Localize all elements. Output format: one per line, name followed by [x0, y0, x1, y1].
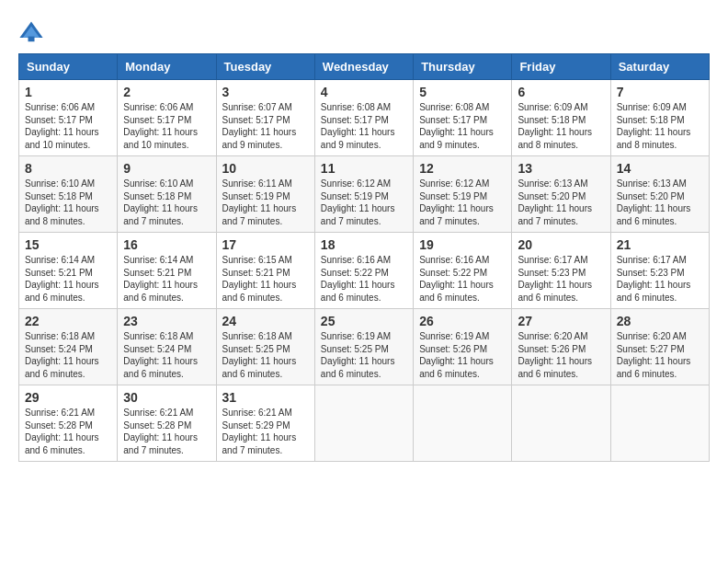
day-info: Sunrise: 6:13 AM Sunset: 5:20 PM Dayligh… — [617, 178, 703, 227]
day-number: 5 — [419, 85, 506, 99]
calendar-cell: 27 Sunrise: 6:20 AM Sunset: 5:26 PM Dayl… — [512, 309, 610, 385]
day-number: 23 — [123, 314, 210, 328]
calendar-header-row: SundayMondayTuesdayWednesdayThursdayFrid… — [19, 54, 710, 80]
calendar-cell: 28 Sunrise: 6:20 AM Sunset: 5:27 PM Dayl… — [610, 309, 709, 385]
day-info: Sunrise: 6:16 AM Sunset: 5:22 PM Dayligh… — [419, 254, 506, 304]
day-info: Sunrise: 6:07 AM Sunset: 5:17 PM Dayligh… — [222, 101, 309, 151]
calendar-cell: 17 Sunrise: 6:15 AM Sunset: 5:21 PM Dayl… — [216, 233, 314, 309]
day-number: 26 — [419, 314, 506, 328]
calendar-cell: 7 Sunrise: 6:09 AM Sunset: 5:18 PM Dayli… — [610, 80, 709, 156]
calendar-cell — [314, 385, 413, 462]
day-number: 11 — [321, 161, 407, 176]
day-number: 29 — [25, 390, 111, 405]
day-number: 18 — [321, 237, 407, 252]
col-header-tuesday: Tuesday — [216, 54, 314, 80]
day-info: Sunrise: 6:06 AM Sunset: 5:17 PM Dayligh… — [123, 101, 210, 151]
day-info: Sunrise: 6:14 AM Sunset: 5:21 PM Dayligh… — [25, 254, 111, 304]
day-number: 9 — [123, 161, 210, 176]
day-number: 20 — [518, 237, 604, 252]
day-number: 10 — [222, 161, 309, 176]
day-number: 28 — [617, 314, 703, 328]
calendar-cell: 6 Sunrise: 6:09 AM Sunset: 5:18 PM Dayli… — [512, 80, 610, 156]
day-info: Sunrise: 6:12 AM Sunset: 5:19 PM Dayligh… — [419, 178, 506, 227]
day-info: Sunrise: 6:08 AM Sunset: 5:17 PM Dayligh… — [419, 101, 506, 151]
calendar-cell: 4 Sunrise: 6:08 AM Sunset: 5:17 PM Dayli… — [314, 80, 413, 156]
calendar-cell: 22 Sunrise: 6:18 AM Sunset: 5:24 PM Dayl… — [19, 309, 118, 385]
day-info: Sunrise: 6:15 AM Sunset: 5:21 PM Dayligh… — [222, 254, 309, 304]
calendar-cell: 16 Sunrise: 6:14 AM Sunset: 5:21 PM Dayl… — [118, 233, 216, 309]
calendar-cell: 23 Sunrise: 6:18 AM Sunset: 5:24 PM Dayl… — [118, 309, 216, 385]
day-info: Sunrise: 6:20 AM Sunset: 5:27 PM Dayligh… — [617, 330, 703, 380]
calendar-cell: 12 Sunrise: 6:12 AM Sunset: 5:19 PM Dayl… — [414, 156, 512, 233]
day-info: Sunrise: 6:14 AM Sunset: 5:21 PM Dayligh… — [123, 254, 210, 304]
day-number: 17 — [222, 237, 309, 252]
day-info: Sunrise: 6:21 AM Sunset: 5:29 PM Dayligh… — [222, 407, 309, 456]
calendar-cell: 11 Sunrise: 6:12 AM Sunset: 5:19 PM Dayl… — [314, 156, 413, 233]
calendar-cell: 10 Sunrise: 6:11 AM Sunset: 5:19 PM Dayl… — [216, 156, 314, 233]
calendar-cell: 2 Sunrise: 6:06 AM Sunset: 5:17 PM Dayli… — [118, 80, 216, 156]
day-info: Sunrise: 6:17 AM Sunset: 5:23 PM Dayligh… — [518, 254, 604, 304]
day-number: 8 — [25, 161, 111, 176]
calendar-cell: 5 Sunrise: 6:08 AM Sunset: 5:17 PM Dayli… — [414, 80, 512, 156]
calendar-cell: 21 Sunrise: 6:17 AM Sunset: 5:23 PM Dayl… — [610, 233, 709, 309]
day-info: Sunrise: 6:18 AM Sunset: 5:25 PM Dayligh… — [222, 330, 309, 380]
day-info: Sunrise: 6:17 AM Sunset: 5:23 PM Dayligh… — [617, 254, 703, 304]
calendar-cell: 3 Sunrise: 6:07 AM Sunset: 5:17 PM Dayli… — [216, 80, 314, 156]
day-number: 25 — [321, 314, 407, 328]
calendar-cell: 1 Sunrise: 6:06 AM Sunset: 5:17 PM Dayli… — [19, 80, 118, 156]
day-info: Sunrise: 6:10 AM Sunset: 5:18 PM Dayligh… — [25, 178, 111, 227]
day-number: 3 — [222, 85, 309, 99]
day-info: Sunrise: 6:12 AM Sunset: 5:19 PM Dayligh… — [321, 178, 407, 227]
calendar-cell — [414, 385, 512, 462]
calendar-cell: 15 Sunrise: 6:14 AM Sunset: 5:21 PM Dayl… — [19, 233, 118, 309]
day-info: Sunrise: 6:19 AM Sunset: 5:25 PM Dayligh… — [321, 330, 407, 380]
day-number: 16 — [123, 237, 210, 252]
day-number: 2 — [123, 85, 210, 99]
calendar-cell: 26 Sunrise: 6:19 AM Sunset: 5:26 PM Dayl… — [414, 309, 512, 385]
day-info: Sunrise: 6:21 AM Sunset: 5:28 PM Dayligh… — [25, 407, 111, 456]
calendar-cell: 31 Sunrise: 6:21 AM Sunset: 5:29 PM Dayl… — [216, 385, 314, 462]
day-info: Sunrise: 6:09 AM Sunset: 5:18 PM Dayligh… — [617, 101, 703, 151]
generalblue-logo-icon — [18, 18, 44, 44]
page-header — [18, 15, 710, 44]
calendar-cell: 14 Sunrise: 6:13 AM Sunset: 5:20 PM Dayl… — [610, 156, 709, 233]
logo — [18, 18, 48, 44]
day-number: 27 — [518, 314, 604, 328]
day-info: Sunrise: 6:09 AM Sunset: 5:18 PM Dayligh… — [518, 101, 604, 151]
col-header-monday: Monday — [118, 54, 216, 80]
day-info: Sunrise: 6:11 AM Sunset: 5:19 PM Dayligh… — [222, 178, 309, 227]
day-number: 15 — [25, 237, 111, 252]
day-info: Sunrise: 6:06 AM Sunset: 5:17 PM Dayligh… — [25, 101, 111, 151]
day-number: 12 — [419, 161, 506, 176]
calendar-table: SundayMondayTuesdayWednesdayThursdayFrid… — [18, 53, 710, 462]
calendar-cell: 20 Sunrise: 6:17 AM Sunset: 5:23 PM Dayl… — [512, 233, 610, 309]
day-number: 31 — [222, 390, 309, 405]
day-number: 22 — [25, 314, 111, 328]
col-header-friday: Friday — [512, 54, 610, 80]
col-header-wednesday: Wednesday — [314, 54, 413, 80]
day-info: Sunrise: 6:13 AM Sunset: 5:20 PM Dayligh… — [518, 178, 604, 227]
calendar-cell: 25 Sunrise: 6:19 AM Sunset: 5:25 PM Dayl… — [314, 309, 413, 385]
day-number: 7 — [617, 85, 703, 99]
calendar-cell — [512, 385, 610, 462]
day-info: Sunrise: 6:08 AM Sunset: 5:17 PM Dayligh… — [321, 101, 407, 151]
day-info: Sunrise: 6:10 AM Sunset: 5:18 PM Dayligh… — [123, 178, 210, 227]
day-number: 14 — [617, 161, 703, 176]
col-header-thursday: Thursday — [414, 54, 512, 80]
day-number: 4 — [321, 85, 407, 99]
col-header-saturday: Saturday — [610, 54, 709, 80]
day-info: Sunrise: 6:18 AM Sunset: 5:24 PM Dayligh… — [123, 330, 210, 380]
calendar-cell: 30 Sunrise: 6:21 AM Sunset: 5:28 PM Dayl… — [118, 385, 216, 462]
calendar-cell: 13 Sunrise: 6:13 AM Sunset: 5:20 PM Dayl… — [512, 156, 610, 233]
calendar-cell — [610, 385, 709, 462]
day-number: 6 — [518, 85, 604, 99]
calendar-cell: 18 Sunrise: 6:16 AM Sunset: 5:22 PM Dayl… — [314, 233, 413, 309]
day-info: Sunrise: 6:19 AM Sunset: 5:26 PM Dayligh… — [419, 330, 506, 380]
day-info: Sunrise: 6:16 AM Sunset: 5:22 PM Dayligh… — [321, 254, 407, 304]
calendar-cell: 19 Sunrise: 6:16 AM Sunset: 5:22 PM Dayl… — [414, 233, 512, 309]
day-info: Sunrise: 6:20 AM Sunset: 5:26 PM Dayligh… — [518, 330, 604, 380]
svg-rect-2 — [28, 37, 35, 42]
calendar-cell: 24 Sunrise: 6:18 AM Sunset: 5:25 PM Dayl… — [216, 309, 314, 385]
day-number: 21 — [617, 237, 703, 252]
day-number: 13 — [518, 161, 604, 176]
